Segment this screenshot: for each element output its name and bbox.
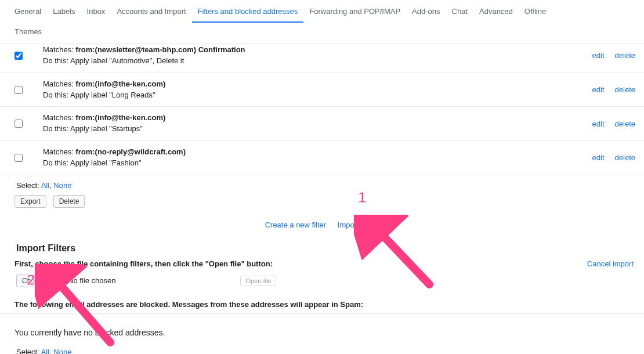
filter-row: Matches: from:(no-reply@wildcraft.com) D…	[0, 141, 644, 175]
cancel-import-link[interactable]: Cancel import	[587, 259, 634, 268]
filter-text: Matches: from:(info@the-ken.com) Do this…	[43, 113, 592, 135]
delete-button[interactable]: Delete	[53, 195, 85, 208]
filter-dothis: Do this: Apply label "Fashion"	[43, 158, 592, 169]
select-all-link[interactable]: All	[41, 348, 49, 354]
open-file-button[interactable]: Open file	[240, 276, 276, 286]
edit-filter-link[interactable]: edit	[592, 153, 605, 162]
filter-dothis: Do this: Apply label "Startups"	[43, 124, 592, 135]
filter-text: Matches: from:(info@the-ken.com) Do this…	[43, 79, 592, 101]
edit-filter-link[interactable]: edit	[592, 120, 605, 128]
tab-advanced[interactable]: Advanced	[473, 0, 519, 21]
matches-criteria: from:(no-reply@wildcraft.com)	[75, 147, 186, 156]
blocked-addresses-header: The following email addresses are blocke…	[0, 294, 644, 314]
tab-inbox[interactable]: Inbox	[81, 0, 111, 21]
filter-checkbox[interactable]	[15, 86, 23, 94]
select-label: Select:	[16, 348, 41, 354]
import-instruction-row: First, choose the file containing filter…	[0, 259, 644, 274]
delete-filter-link[interactable]: delete	[615, 51, 635, 60]
filters-content: Matches: from:(newsletter@team-bhp.com) …	[0, 44, 644, 354]
filter-text: Matches: from:(newsletter@team-bhp.com) …	[43, 45, 592, 67]
tab-general[interactable]: General	[9, 0, 47, 21]
export-delete-row: Export Delete	[0, 193, 644, 211]
import-filters-header: Import Filters	[0, 240, 644, 259]
delete-filter-link[interactable]: delete	[615, 85, 635, 94]
file-selection-row: Choose File No file chosen Open file	[0, 274, 644, 294]
matches-prefix: Matches:	[43, 147, 75, 156]
delete-filter-link[interactable]: delete	[615, 153, 635, 162]
tab-accounts[interactable]: Accounts and Import	[111, 0, 191, 21]
create-filter-link[interactable]: Create a new filter	[265, 221, 327, 229]
settings-tabs: General Labels Inbox Accounts and Import…	[0, 0, 644, 44]
matches-criteria: from:(info@the-ken.com)	[75, 113, 165, 122]
tab-forwarding[interactable]: Forwarding and POP/IMAP	[303, 0, 406, 21]
select-none-link[interactable]: None	[53, 348, 71, 354]
select-none-link[interactable]: None	[53, 181, 71, 190]
edit-filter-link[interactable]: edit	[592, 51, 605, 60]
edit-filter-link[interactable]: edit	[592, 85, 605, 94]
import-instruction: First, choose the file containing filter…	[15, 259, 273, 270]
filter-dothis: Do this: Apply label "Automotive", Delet…	[43, 56, 592, 67]
tab-labels[interactable]: Labels	[47, 0, 81, 21]
select-line-blocked: Select: All, None	[0, 348, 644, 354]
select-all-link[interactable]: All	[41, 181, 49, 190]
filter-row: Matches: from:(info@the-ken.com) Do this…	[0, 73, 644, 107]
file-status-text: No file chosen	[68, 276, 115, 285]
matches-prefix: Matches:	[43, 80, 75, 88]
export-button[interactable]: Export	[15, 195, 46, 208]
tab-themes[interactable]: Themes	[9, 23, 48, 43]
filter-checkbox[interactable]	[15, 120, 23, 128]
filter-checkbox[interactable]	[15, 154, 23, 162]
select-label: Select:	[16, 181, 41, 190]
choose-file-button[interactable]: Choose File	[16, 274, 65, 287]
tab-filters[interactable]: Filters and blocked addresses	[192, 0, 304, 23]
matches-criteria: from:(info@the-ken.com)	[75, 80, 165, 88]
matches-prefix: Matches:	[43, 45, 75, 54]
tab-addons[interactable]: Add-ons	[406, 0, 446, 21]
filter-row: Matches: from:(newsletter@team-bhp.com) …	[0, 44, 644, 73]
tab-offline[interactable]: Offline	[519, 0, 552, 21]
matches-criteria: from:(newsletter@team-bhp.com) Confirmat…	[75, 45, 245, 54]
import-filters-link[interactable]: Import filters	[338, 221, 379, 229]
blocked-addresses-msg: You currently have no blocked addresses.	[0, 314, 644, 348]
select-line: Select: All, None	[0, 175, 644, 193]
tab-chat[interactable]: Chat	[446, 0, 473, 21]
filter-center-links: Create a new filter Import filters	[0, 211, 644, 240]
filter-row: Matches: from:(info@the-ken.com) Do this…	[0, 107, 644, 141]
delete-filter-link[interactable]: delete	[615, 120, 635, 128]
filter-text: Matches: from:(no-reply@wildcraft.com) D…	[43, 147, 592, 169]
filter-dothis: Do this: Apply label "Long Reads"	[43, 90, 592, 101]
matches-prefix: Matches:	[43, 113, 75, 122]
filter-checkbox[interactable]	[15, 52, 23, 60]
